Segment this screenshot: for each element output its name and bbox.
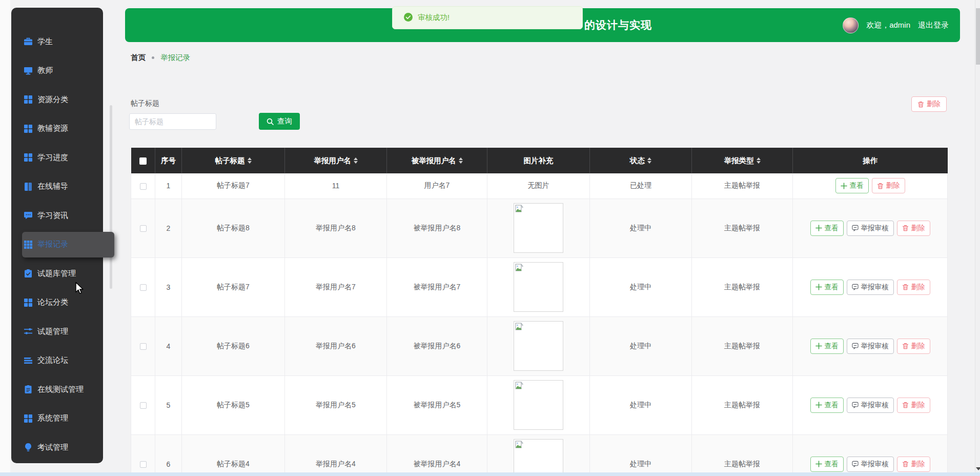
delete-button[interactable]: 删除 [897, 280, 930, 295]
attachment-image[interactable] [514, 321, 563, 371]
vertical-scrollbar[interactable] [975, 0, 980, 472]
sidebar-item[interactable]: 学习资讯 [11, 201, 103, 230]
checkbox-cell [131, 434, 155, 476]
button-label: 查看 [825, 401, 839, 410]
sidebar-item-label: 交流论坛 [37, 355, 68, 365]
row-checkbox[interactable] [140, 183, 147, 190]
sort-caret-icon[interactable] [248, 157, 252, 164]
view-button[interactable]: 查看 [810, 280, 844, 295]
post-title-input[interactable] [129, 113, 216, 130]
sidebar-item[interactable]: 考试管理 [11, 433, 103, 462]
reported-user-cell: 用户名7 [387, 173, 487, 199]
sort-caret-icon[interactable] [354, 157, 358, 164]
column-header-label: 图片补充 [524, 156, 554, 166]
review-button[interactable]: 举报审核 [847, 457, 894, 472]
column-header[interactable]: 被举报用户名 [387, 148, 487, 173]
attachment-image[interactable] [514, 262, 563, 312]
sidebar-item[interactable]: 论坛分类 [11, 288, 103, 318]
row-checkbox[interactable] [140, 461, 147, 468]
column-header[interactable]: 举报类型 [692, 148, 793, 173]
delete-button[interactable]: 删除 [897, 221, 930, 236]
sidebar-item[interactable]: 在线辅导 [11, 172, 103, 202]
chat-square-icon [852, 402, 859, 408]
bulb-icon [24, 443, 33, 452]
reporter-cell: 11 [285, 173, 387, 199]
sort-caret-icon[interactable] [757, 157, 761, 164]
index-cell: 4 [155, 316, 182, 375]
sidebar-item[interactable]: 学习进度 [11, 143, 103, 172]
sort-caret-icon[interactable] [647, 157, 651, 164]
post-title-cell: 帖子标题6 [182, 316, 285, 375]
sort-caret-icon[interactable] [459, 157, 463, 164]
sidebar-item[interactable]: 举报记录 [11, 230, 103, 260]
button-label: 举报审核 [861, 401, 889, 410]
sidebar-item[interactable]: 交流论坛 [11, 346, 103, 375]
grid-icon [24, 124, 33, 133]
review-button[interactable]: 举报审核 [847, 221, 894, 236]
reporter-cell: 举报用户名5 [285, 375, 387, 434]
bulk-delete-button[interactable]: 删除 [911, 96, 947, 112]
view-button[interactable]: 查看 [835, 178, 869, 193]
actions-cell: 查看举报审核删除 [793, 434, 948, 476]
table-row: 1帖子标题711用户名7无图片已处理主题帖举报查看删除 [131, 173, 948, 199]
row-checkbox[interactable] [140, 402, 147, 409]
table-row: 3帖子标题7举报用户名7被举报用户名7处理中主题帖举报查看举报审核删除 [131, 257, 948, 316]
delete-button[interactable]: 删除 [897, 457, 930, 472]
sidebar-item[interactable]: 试题管理 [11, 317, 103, 346]
column-header[interactable]: 举报用户名 [285, 148, 387, 173]
sidebar-item[interactable]: 资源分类 [11, 85, 103, 114]
sidebar: 学生教师资源分类教辅资源学习进度在线辅导学习资讯举报记录试题库管理论坛分类试题管… [11, 8, 103, 463]
vertical-scrollbar-thumb[interactable] [976, 8, 980, 65]
trash-icon [917, 101, 924, 108]
grid-icon [24, 298, 33, 307]
sidebar-scrollbar[interactable] [110, 105, 112, 289]
sidebar-item[interactable]: 试题库管理 [11, 259, 103, 288]
status-cell: 处理中 [590, 375, 692, 434]
search-button[interactable]: 查询 [259, 113, 300, 130]
sidebar-item[interactable]: 教辅资源 [11, 114, 103, 144]
reporter-cell: 举报用户名7 [285, 257, 387, 316]
scrollbar-down-arrow-icon[interactable] [976, 467, 980, 470]
delete-button[interactable]: 删除 [897, 339, 930, 354]
column-header-label: 举报用户名 [314, 156, 351, 166]
breadcrumb-home[interactable]: 首页 [131, 53, 146, 63]
chat-square-icon [852, 343, 859, 349]
sidebar-item[interactable]: 在线测试管理 [11, 375, 103, 404]
button-label: 查看 [825, 283, 839, 292]
sidebar-item[interactable]: 学生 [11, 27, 103, 56]
row-checkbox[interactable] [140, 343, 147, 350]
row-checkbox[interactable] [140, 225, 147, 232]
delete-button[interactable]: 删除 [872, 178, 905, 193]
plus-icon [841, 183, 847, 189]
view-button[interactable]: 查看 [810, 339, 844, 354]
column-header: 操作 [793, 148, 948, 173]
sliders-icon [24, 327, 33, 336]
index-cell: 2 [155, 199, 182, 257]
sidebar-item-label: 学生 [37, 37, 53, 47]
view-button[interactable]: 查看 [810, 398, 844, 413]
review-button[interactable]: 举报审核 [847, 280, 894, 295]
sidebar-item[interactable]: 教师 [11, 56, 103, 86]
clipboard-check-icon [24, 269, 33, 278]
column-header[interactable]: 状态 [590, 148, 692, 173]
attachment-image[interactable] [514, 380, 563, 430]
trash-icon [877, 183, 884, 189]
logout-link[interactable]: 退出登录 [918, 21, 949, 30]
horizontal-scrollbar[interactable] [0, 472, 980, 476]
grid-icon [24, 95, 33, 104]
row-checkbox[interactable] [140, 284, 147, 291]
view-button[interactable]: 查看 [810, 221, 844, 236]
attachment-image[interactable] [514, 439, 563, 476]
attachment-image[interactable] [514, 203, 563, 253]
image-cell: 无图片 [487, 173, 590, 199]
select-all-checkbox[interactable] [139, 157, 147, 165]
delete-button[interactable]: 删除 [897, 398, 930, 413]
view-button[interactable]: 查看 [810, 457, 844, 472]
button-label: 删除 [911, 401, 925, 410]
image-cell [487, 375, 590, 434]
review-button[interactable]: 举报审核 [847, 398, 894, 413]
sidebar-item[interactable]: 系统管理 [11, 404, 103, 433]
column-header[interactable]: 帖子标题 [182, 148, 285, 173]
review-button[interactable]: 举报审核 [847, 339, 894, 354]
post-title-cell: 帖子标题7 [182, 257, 285, 316]
